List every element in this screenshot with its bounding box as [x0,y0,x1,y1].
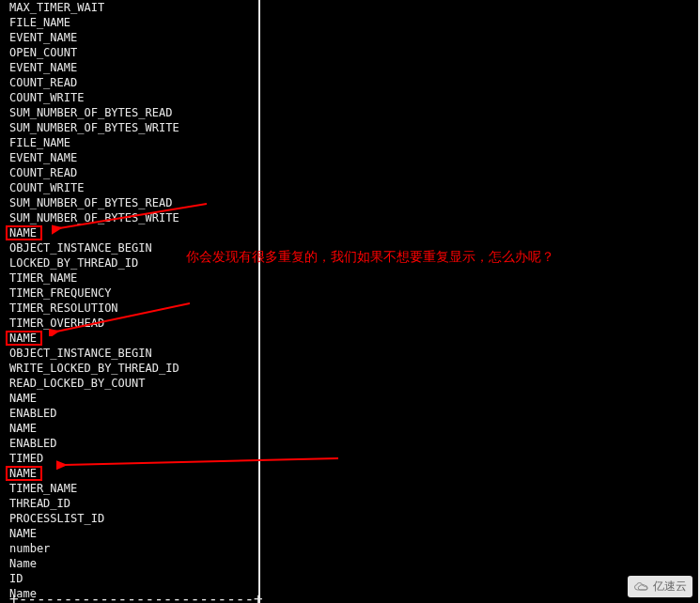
output-line: NAME [9,526,179,541]
arrow-annotation-icon [52,202,207,235]
output-line: EVENT_NAME [9,30,179,45]
highlighted-name-box: NAME [6,225,42,240]
highlighted-name-box: NAME [6,331,42,346]
output-line: WRITE_LOCKED_BY_THREAD_ID [9,361,179,376]
output-line: READ_LOCKED_BY_COUNT [9,376,179,391]
output-line: NAME [9,421,179,436]
output-line: Name [9,556,179,571]
output-line: number [9,541,179,556]
output-line: OBJECT_INSTANCE_BEGIN [9,240,179,255]
output-line: FILE_NAME [9,15,179,30]
arrow-annotation-icon [56,453,338,472]
cloud-logo-icon [633,581,650,593]
output-line: EVENT_NAME [9,60,179,75]
output-line: SUM_NUMBER_OF_BYTES_WRITE [9,120,179,135]
output-line: COUNT_WRITE [9,90,179,105]
watermark-text: 亿速云 [653,579,687,595]
output-line: NAME [9,391,179,406]
output-line: COUNT_READ [9,75,179,90]
vertical-separator [258,0,260,603]
output-line: MAX_TIMER_WAIT [9,0,179,15]
svg-line-1 [59,204,207,228]
output-line: LOCKED_BY_THREAD_ID [9,255,179,271]
output-line: ENABLED [9,436,179,451]
annotation-text: 你会发现有很多重复的，我们如果不想要重复显示，怎么办呢？ [186,249,554,266]
output-line: COUNT_WRITE [9,180,179,195]
output-line: TIMER_FREQUENCY [9,286,179,301]
svg-line-5 [64,458,338,465]
highlighted-name-box: NAME [6,466,42,481]
output-line: OBJECT_INSTANCE_BEGIN [9,346,179,361]
output-line: EVENT_NAME [9,150,179,165]
output-line: ENABLED [9,406,179,421]
output-line: PROCESSLIST_ID [9,511,179,526]
output-line: FILE_NAME [9,135,179,150]
output-line: SUM_NUMBER_OF_BYTES_READ [9,105,179,120]
svg-line-3 [56,303,190,332]
arrow-annotation-icon [49,301,190,336]
output-line: ID [9,571,179,586]
output-line: OPEN_COUNT [9,45,179,60]
output-line: COUNT_READ [9,165,179,180]
table-divider: +--------------------------+ [9,594,263,603]
watermark: 亿速云 [628,576,692,597]
output-line: TIMER_NAME [9,271,179,286]
output-line: TIMER_NAME [9,481,179,496]
output-line: THREAD_ID [9,496,179,511]
